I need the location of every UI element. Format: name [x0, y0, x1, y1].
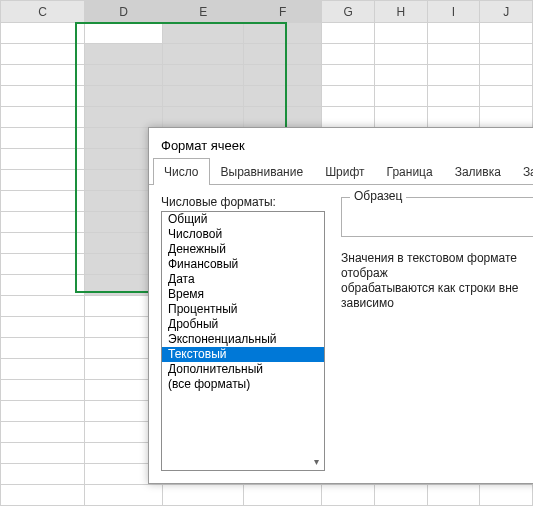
tab-protection[interactable]: Защита [512, 158, 533, 185]
category-item[interactable]: Время [162, 287, 324, 302]
category-item[interactable]: Денежный [162, 242, 324, 257]
cell[interactable] [1, 359, 85, 380]
cell[interactable] [85, 44, 163, 65]
cell[interactable] [244, 86, 322, 107]
cell[interactable] [1, 317, 85, 338]
cell[interactable] [1, 338, 85, 359]
cell[interactable] [163, 107, 244, 128]
cell[interactable] [85, 23, 163, 44]
category-item[interactable]: Дополнительный [162, 362, 324, 377]
cell[interactable] [322, 107, 375, 128]
cell[interactable] [1, 275, 85, 296]
dialog-tabs: Число Выравнивание Шрифт Граница Заливка… [149, 157, 533, 185]
cell[interactable] [427, 107, 480, 128]
cell[interactable] [1, 296, 85, 317]
cell[interactable] [1, 191, 85, 212]
cell[interactable] [375, 107, 428, 128]
cell[interactable] [85, 485, 163, 506]
cell[interactable] [1, 170, 85, 191]
cell[interactable] [1, 23, 85, 44]
cell[interactable] [480, 86, 533, 107]
category-item[interactable]: (все форматы) [162, 377, 324, 392]
cell[interactable] [244, 485, 322, 506]
cell[interactable] [244, 65, 322, 86]
cell[interactable] [427, 44, 480, 65]
cell[interactable] [1, 212, 85, 233]
tab-border[interactable]: Граница [376, 158, 444, 185]
tab-number[interactable]: Число [153, 158, 210, 185]
cell[interactable] [85, 86, 163, 107]
cell[interactable] [375, 44, 428, 65]
category-item[interactable]: Общий [162, 212, 324, 227]
cell[interactable] [427, 65, 480, 86]
cell[interactable] [163, 23, 244, 44]
category-item[interactable]: Текстовый [162, 347, 324, 362]
cell[interactable] [163, 44, 244, 65]
column-header-J[interactable]: J [480, 1, 533, 23]
cell[interactable] [427, 23, 480, 44]
cell[interactable] [375, 65, 428, 86]
cell[interactable] [480, 44, 533, 65]
cell[interactable] [1, 107, 85, 128]
cell[interactable] [1, 485, 85, 506]
column-header-F[interactable]: F [244, 1, 322, 23]
sample-label: Образец [350, 189, 406, 203]
cell[interactable] [322, 23, 375, 44]
column-header-G[interactable]: G [322, 1, 375, 23]
cell[interactable] [244, 107, 322, 128]
cell[interactable] [322, 86, 375, 107]
category-item[interactable]: Дата [162, 272, 324, 287]
category-item[interactable]: Числовой [162, 227, 324, 242]
cell[interactable] [1, 65, 85, 86]
format-cells-dialog: Формат ячеек Число Выравнивание Шрифт Гр… [148, 127, 533, 484]
cell[interactable] [375, 23, 428, 44]
column-header-D[interactable]: D [85, 1, 163, 23]
cell[interactable] [1, 254, 85, 275]
cell[interactable] [163, 65, 244, 86]
cell[interactable] [1, 233, 85, 254]
category-listbox[interactable]: ОбщийЧисловойДенежныйФинансовыйДатаВремя… [161, 211, 325, 471]
cell[interactable] [1, 422, 85, 443]
tab-font[interactable]: Шрифт [314, 158, 375, 185]
cell[interactable] [322, 485, 375, 506]
cell[interactable] [244, 23, 322, 44]
cell[interactable] [1, 44, 85, 65]
cell[interactable] [322, 65, 375, 86]
tab-alignment[interactable]: Выравнивание [210, 158, 315, 185]
cell[interactable] [427, 485, 480, 506]
cell[interactable] [163, 485, 244, 506]
format-description: Значения в текстовом формате отображ обр… [341, 251, 533, 311]
column-header-C[interactable]: C [1, 1, 85, 23]
category-label: Числовые форматы: [161, 195, 325, 209]
category-item[interactable]: Финансовый [162, 257, 324, 272]
cell[interactable] [1, 401, 85, 422]
cell[interactable] [1, 128, 85, 149]
category-item[interactable]: Экспоненциальный [162, 332, 324, 347]
column-header-I[interactable]: I [427, 1, 480, 23]
cell[interactable] [85, 107, 163, 128]
cell[interactable] [375, 86, 428, 107]
cell[interactable] [163, 86, 244, 107]
column-header-E[interactable]: E [163, 1, 244, 23]
cell[interactable] [1, 86, 85, 107]
cell[interactable] [322, 44, 375, 65]
chevron-down-icon[interactable]: ▾ [310, 456, 322, 468]
cell[interactable] [480, 107, 533, 128]
cell[interactable] [480, 65, 533, 86]
cell[interactable] [1, 149, 85, 170]
cell[interactable] [375, 485, 428, 506]
cell[interactable] [427, 86, 480, 107]
category-item[interactable]: Дробный [162, 317, 324, 332]
cell[interactable] [1, 380, 85, 401]
cell[interactable] [85, 65, 163, 86]
cell[interactable] [1, 443, 85, 464]
category-item[interactable]: Процентный [162, 302, 324, 317]
dialog-title: Формат ячеек [149, 128, 533, 157]
column-header-H[interactable]: H [375, 1, 428, 23]
sample-box: Образец [341, 197, 533, 237]
cell[interactable] [1, 464, 85, 485]
cell[interactable] [480, 485, 533, 506]
tab-fill[interactable]: Заливка [444, 158, 512, 185]
cell[interactable] [244, 44, 322, 65]
cell[interactable] [480, 23, 533, 44]
